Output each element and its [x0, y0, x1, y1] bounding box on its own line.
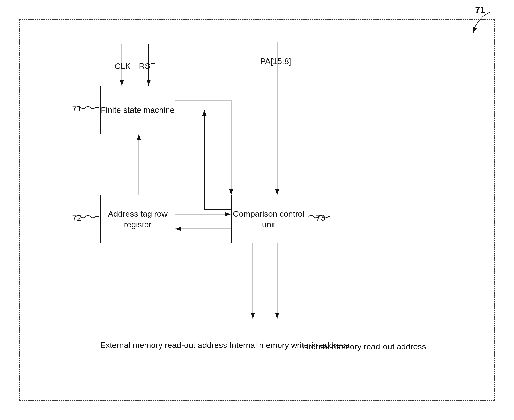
squiggle-71 [76, 104, 100, 111]
int-mem-label: Internal memory read-out address [302, 342, 426, 351]
rst-label: RST [139, 61, 155, 71]
addr-tag-box: Address tag row register [100, 195, 175, 243]
clk-label: CLK [115, 61, 131, 71]
squiggle-72 [76, 213, 100, 220]
diagram-container: CLK RST PA[15:8] 71 72 73 Finite state m… [19, 19, 495, 401]
fsm-box: Finite state machine [100, 86, 175, 134]
squiggle-73 [307, 213, 332, 220]
ref-31-arrow [456, 7, 499, 36]
ccu-box: Comparison control unit [231, 195, 306, 243]
pa-label: PA[15:8] [260, 57, 291, 66]
